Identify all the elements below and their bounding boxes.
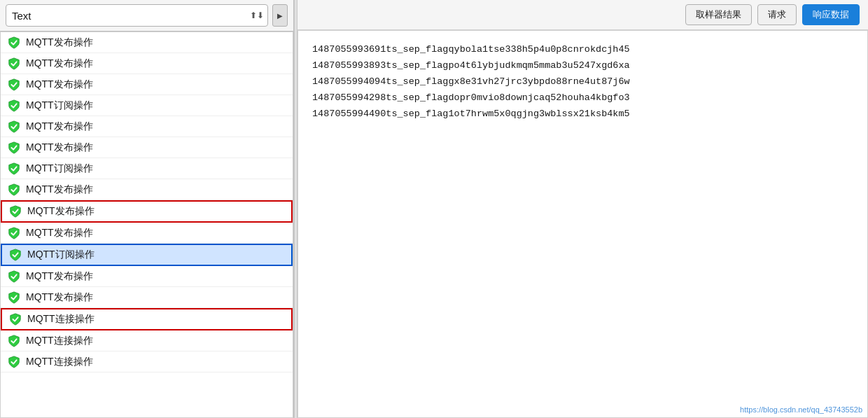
item-label: MQTT发布操作 (26, 78, 93, 91)
item-label: MQTT发布操作 (26, 36, 93, 49)
item-label: MQTT订阅操作 (26, 162, 93, 175)
list-item[interactable]: MQTT连接操作 (1, 330, 293, 351)
content-line: 1487055993893ts_sep_flagpo4t6lybjudkmqm5… (312, 58, 853, 74)
success-icon (8, 183, 20, 196)
list-item[interactable]: MQTT发布操作 (1, 266, 293, 287)
success-icon (9, 313, 22, 326)
item-list: MQTT发布操作 MQTT发布操作 MQTT发布操作 MQTT订阅操作 MQTT… (0, 32, 293, 418)
item-label: MQTT发布操作 (26, 141, 93, 154)
success-icon (8, 270, 20, 283)
list-item[interactable]: MQTT订阅操作 (1, 95, 293, 116)
content-area: 1487055993691ts_sep_flagqybola1tse338h5p… (298, 30, 868, 418)
item-label: MQTT订阅操作 (26, 99, 93, 112)
item-label: MQTT发布操作 (26, 57, 93, 70)
content-line: 1487055994298ts_sep_flagdopr0mvio8downjc… (312, 90, 853, 106)
success-icon (8, 57, 20, 70)
item-label: MQTT发布操作 (26, 291, 93, 304)
success-icon (8, 162, 20, 175)
dropdown-bar: Text ⬆⬇ ▶ (0, 0, 293, 32)
left-panel: Text ⬆⬇ ▶ MQTT发布操作 MQTT发布操作 MQTT发布操作 MQT… (0, 0, 294, 418)
list-item[interactable]: MQTT发布操作 (1, 53, 293, 74)
list-item[interactable]: MQTT发布操作 (1, 137, 293, 158)
expand-button[interactable]: ▶ (272, 4, 288, 27)
dropdown-wrapper[interactable]: Text ⬆⬇ (6, 4, 268, 27)
item-label: MQTT订阅操作 (27, 249, 94, 261)
list-item[interactable]: MQTT发布操作 (1, 116, 293, 137)
success-icon (8, 227, 20, 239)
main-container: Text ⬆⬇ ▶ MQTT发布操作 MQTT发布操作 MQTT发布操作 MQT… (0, 0, 868, 418)
item-label: MQTT连接操作 (26, 335, 93, 347)
item-label: MQTT连接操作 (27, 313, 94, 326)
right-toolbar: 取样器结果 请求 响应数据 (298, 0, 868, 30)
item-label: MQTT连接操作 (26, 356, 93, 368)
list-item[interactable]: MQTT发布操作 (1, 223, 293, 244)
list-item[interactable]: MQTT连接操作 (1, 308, 293, 330)
content-line: 1487055994094ts_sep_flaggx8e31vh27jrc3yb… (312, 74, 853, 90)
item-label: MQTT发布操作 (26, 183, 93, 196)
item-label: MQTT发布操作 (26, 227, 93, 239)
success-icon (8, 36, 20, 49)
list-item[interactable]: MQTT订阅操作 (1, 158, 293, 179)
list-item[interactable]: MQTT发布操作 (1, 287, 293, 308)
request-button[interactable]: 请求 (757, 4, 797, 25)
list-item[interactable]: MQTT发布操作 (1, 74, 293, 95)
success-icon (8, 99, 20, 112)
right-panel: 取样器结果 请求 响应数据 1487055993691ts_sep_flagqy… (298, 0, 868, 418)
list-item[interactable]: MQTT连接操作 (1, 351, 293, 372)
item-label: MQTT发布操作 (27, 205, 94, 218)
success-icon (9, 249, 22, 261)
response-data-button[interactable]: 响应数据 (802, 4, 860, 25)
success-icon (8, 141, 20, 154)
text-dropdown[interactable]: Text (6, 4, 268, 27)
list-item[interactable]: MQTT发布操作 (1, 32, 293, 53)
success-icon (8, 291, 20, 304)
success-icon (8, 356, 20, 368)
sampler-result-button[interactable]: 取样器结果 (685, 4, 752, 25)
list-item[interactable]: MQTT订阅操作 (1, 244, 293, 266)
success-icon (8, 335, 20, 347)
success-icon (8, 120, 20, 133)
watermark: https://blog.csdn.net/qq_43743552b (740, 405, 862, 414)
success-icon (9, 205, 22, 218)
success-icon (8, 78, 20, 91)
list-item[interactable]: MQTT发布操作 (1, 200, 293, 223)
content-line: 1487055994490ts_sep_flag1ot7hrwm5x0qgjng… (312, 106, 853, 123)
list-item[interactable]: MQTT发布操作 (1, 179, 293, 200)
content-line: 1487055993691ts_sep_flagqybola1tse338h5p… (312, 42, 853, 58)
expand-icon: ▶ (277, 12, 283, 20)
item-label: MQTT发布操作 (26, 120, 93, 133)
item-label: MQTT发布操作 (26, 270, 93, 283)
